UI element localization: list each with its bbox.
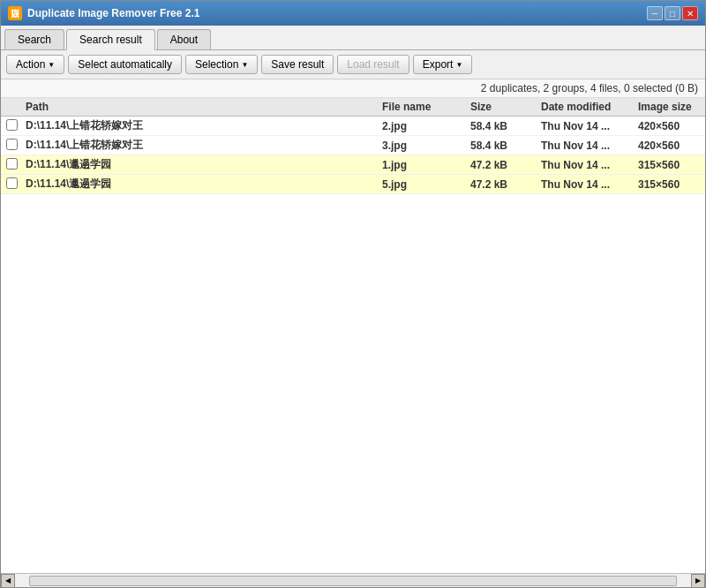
title-bar-buttons: ─ □ ✕ xyxy=(647,6,698,20)
row-checkbox[interactable] xyxy=(1,139,22,153)
close-button[interactable]: ✕ xyxy=(682,6,698,20)
action-button[interactable]: Action xyxy=(6,55,64,74)
row-checkbox[interactable] xyxy=(1,177,22,192)
row-imgsize: 420×560 xyxy=(635,139,705,152)
header-date: Date modified xyxy=(537,101,635,113)
toolbar: Action Select automatically Selection Sa… xyxy=(1,50,705,79)
row-path: D:\11.14\上错花轿嫁对王 xyxy=(22,118,379,133)
header-imgsize: Image size xyxy=(635,101,705,113)
row-filename: 2.jpg xyxy=(379,120,467,132)
row-filename: 1.jpg xyxy=(379,159,467,171)
row-size: 47.2 kB xyxy=(467,159,537,171)
checkbox-input[interactable] xyxy=(6,119,18,131)
app-icon: 🖼 xyxy=(8,6,22,20)
table-row: D:\11.14\上错花轿嫁对王 3.jpg 58.4 kB Thu Nov 1… xyxy=(1,136,705,155)
row-date: Thu Nov 14 ... xyxy=(537,120,635,132)
content-area: Path File name Size Date modified Image … xyxy=(1,98,705,573)
row-checkbox[interactable] xyxy=(1,158,22,172)
save-result-button[interactable]: Save result xyxy=(261,55,334,74)
table-body: D:\11.14\上错花轿嫁对王 2.jpg 58.4 kB Thu Nov 1… xyxy=(1,117,705,573)
row-date: Thu Nov 14 ... xyxy=(537,159,635,171)
tab-search[interactable]: Search xyxy=(4,29,64,49)
summary-text: 2 duplicates, 2 groups, 4 files, 0 selec… xyxy=(481,82,698,94)
table-row: D:\11.14\邋遢学园 5.jpg 47.2 kB Thu Nov 14 .… xyxy=(1,175,705,194)
selection-button[interactable]: Selection xyxy=(185,55,258,74)
scroll-left-button[interactable]: ◀ xyxy=(1,574,15,588)
horizontal-scrollbar[interactable] xyxy=(29,576,677,586)
row-date: Thu Nov 14 ... xyxy=(537,139,635,152)
table-row: D:\11.14\邋遢学园 1.jpg 47.2 kB Thu Nov 14 .… xyxy=(1,155,705,175)
main-window: 🖼 Duplicate Image Remover Free 2.1 ─ □ ✕… xyxy=(0,0,706,588)
row-size: 58.4 kB xyxy=(467,139,537,152)
row-size: 47.2 kB xyxy=(467,178,537,191)
minimize-button[interactable]: ─ xyxy=(647,6,663,20)
row-filename: 3.jpg xyxy=(379,139,467,152)
row-filename: 5.jpg xyxy=(379,178,467,191)
checkbox-input[interactable] xyxy=(6,158,18,170)
title-bar-left: 🖼 Duplicate Image Remover Free 2.1 xyxy=(8,6,199,20)
load-result-button[interactable]: Load result xyxy=(337,55,409,74)
checkbox-input[interactable] xyxy=(6,177,18,189)
header-size: Size xyxy=(467,101,537,113)
table-header: Path File name Size Date modified Image … xyxy=(1,98,705,117)
select-automatically-button[interactable]: Select automatically xyxy=(68,55,182,74)
row-size: 58.4 kB xyxy=(467,120,537,132)
row-imgsize: 315×560 xyxy=(635,178,705,191)
row-imgsize: 315×560 xyxy=(635,159,705,171)
tabs-bar: Search Search result About xyxy=(1,26,705,50)
row-path: D:\11.14\邋遢学园 xyxy=(22,157,379,172)
tab-about[interactable]: About xyxy=(157,29,211,49)
tab-search-result[interactable]: Search result xyxy=(66,29,155,50)
row-imgsize: 420×560 xyxy=(635,120,705,132)
table-row: D:\11.14\上错花轿嫁对王 2.jpg 58.4 kB Thu Nov 1… xyxy=(1,117,705,136)
row-path: D:\11.14\邋遢学园 xyxy=(22,177,379,192)
header-path: Path xyxy=(22,101,379,113)
row-path: D:\11.14\上错花轿嫁对王 xyxy=(22,138,379,153)
header-filename: File name xyxy=(379,101,467,113)
maximize-button[interactable]: □ xyxy=(665,6,680,20)
title-bar: 🖼 Duplicate Image Remover Free 2.1 ─ □ ✕ xyxy=(1,1,705,26)
checkbox-input[interactable] xyxy=(6,139,18,150)
header-check xyxy=(1,101,22,113)
summary-bar: 2 duplicates, 2 groups, 4 files, 0 selec… xyxy=(1,79,705,98)
scrollbar-area: ◀ ▶ xyxy=(1,573,705,587)
row-date: Thu Nov 14 ... xyxy=(537,178,635,191)
row-checkbox[interactable] xyxy=(1,119,22,133)
export-button[interactable]: Export xyxy=(413,55,473,74)
scroll-right-button[interactable]: ▶ xyxy=(691,574,705,588)
window-title: Duplicate Image Remover Free 2.1 xyxy=(27,7,199,19)
